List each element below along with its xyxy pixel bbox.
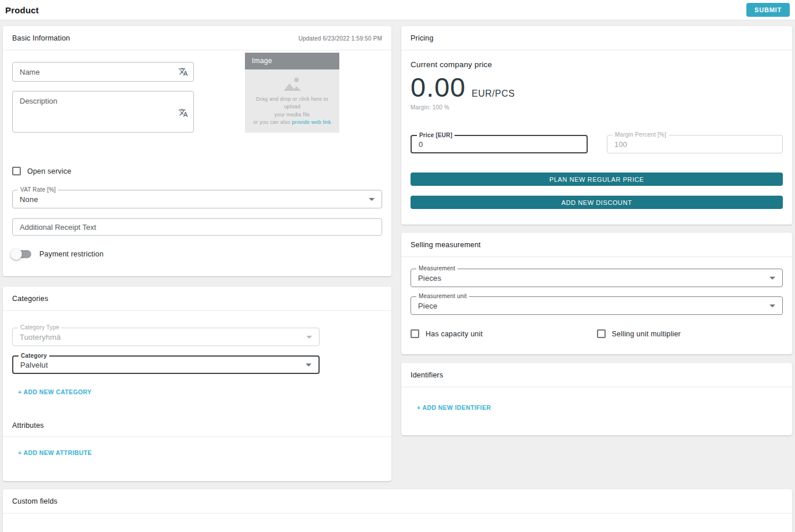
- category-select[interactable]: Category Palvelut: [12, 355, 320, 374]
- add-new-category-link[interactable]: + ADD NEW CATEGORY: [18, 388, 91, 395]
- image-upload-title: Image: [245, 53, 339, 69]
- identifiers-title: Identifiers: [411, 371, 443, 379]
- current-price-unit: EUR/PCS: [471, 89, 515, 99]
- selling-unit-multiplier-label: Selling unit multiplier: [612, 330, 681, 338]
- vat-rate-select[interactable]: VAT Rate [%] None: [12, 190, 382, 208]
- image-drag-text-line1: Drag and drop or click here to upload: [256, 96, 328, 109]
- categories-title: Categories: [12, 295, 48, 303]
- payment-restriction-label: Payment restriction: [39, 250, 104, 258]
- chevron-down-icon: [770, 304, 775, 307]
- chevron-down-icon: [770, 277, 775, 280]
- add-new-attribute-link[interactable]: + ADD NEW ATTRIBUTE: [18, 449, 92, 456]
- measurement-unit-value: Piece: [418, 302, 438, 310]
- translate-icon[interactable]: [178, 108, 188, 118]
- category-type-label: Category Type: [18, 324, 61, 331]
- has-capacity-unit-checkbox[interactable]: [411, 329, 419, 338]
- measurement-select[interactable]: Measurement Pieces: [411, 269, 783, 287]
- top-bar: Product SUBMIT: [0, 0, 795, 20]
- custom-fields-title: Custom fields: [12, 497, 57, 505]
- measurement-unit-label: Measurement unit: [416, 293, 469, 299]
- category-type-value: Tuoteryhmä: [20, 333, 61, 342]
- page-title: Product: [5, 5, 39, 15]
- provide-web-link[interactable]: provide web link: [292, 119, 331, 125]
- category-value: Palvelut: [20, 361, 48, 369]
- image-upload-dropzone[interactable]: Image Drag and drop or click here to upl…: [245, 53, 339, 134]
- open-service-label: Open service: [27, 167, 71, 175]
- open-service-checkbox[interactable]: [12, 167, 21, 175]
- image-drag-text-line2: your media file: [274, 112, 310, 118]
- plan-new-regular-price-button[interactable]: PLAN NEW REGULAR PRICE: [411, 173, 783, 186]
- payment-restriction-toggle[interactable]: [12, 250, 31, 258]
- selling-measurement-card: Selling measurement Measurement Pieces M…: [401, 233, 792, 354]
- category-label: Category: [19, 353, 49, 359]
- current-price-value: 0.00: [411, 71, 466, 103]
- pricing-card: Pricing Current company price 0.00 EUR/P…: [401, 26, 792, 225]
- name-input[interactable]: [12, 62, 194, 82]
- price-eur-field[interactable]: Price [EUR] 0: [411, 135, 588, 153]
- price-eur-value: 0: [419, 140, 423, 149]
- measurement-unit-select[interactable]: Measurement unit Piece: [411, 296, 783, 315]
- basic-information-card: Basic Information Updated 6/23/2022 1:59…: [3, 26, 391, 276]
- additional-receipt-text-input[interactable]: [12, 218, 382, 236]
- has-capacity-unit-label: Has capacity unit: [426, 330, 483, 338]
- category-type-select: Category Type Tuoteryhmä: [12, 328, 320, 346]
- vat-rate-label: VAT Rate [%]: [18, 186, 58, 193]
- pricing-title: Pricing: [411, 34, 434, 42]
- image-alt-text: or you can also: [253, 119, 290, 125]
- measurement-value: Pieces: [418, 274, 441, 282]
- vat-rate-value: None: [20, 195, 38, 204]
- custom-fields-card: Custom fields + ADD NEW CUSTOM FIELD: [3, 489, 792, 532]
- measurement-label: Measurement: [416, 265, 457, 271]
- add-new-discount-button[interactable]: ADD NEW DISCOUNT: [411, 196, 783, 209]
- chevron-down-icon: [306, 364, 312, 366]
- selling-unit-multiplier-checkbox[interactable]: [597, 329, 606, 338]
- margin-percent-value: 100: [614, 140, 627, 149]
- categories-card: Categories Category Type Tuoteryhmä Cate…: [3, 287, 391, 481]
- attributes-subheading: Attributes: [3, 414, 391, 437]
- submit-button[interactable]: SUBMIT: [746, 3, 790, 17]
- translate-icon[interactable]: [178, 67, 188, 77]
- margin-percent-field: Margin Percent [%] 100: [607, 135, 783, 153]
- selling-measurement-title: Selling measurement: [411, 241, 481, 249]
- add-new-identifier-link[interactable]: + ADD NEW IDENTIFIER: [417, 404, 491, 411]
- updated-timestamp: Updated 6/23/2022 1:59:50 PM: [298, 35, 382, 42]
- basic-information-title: Basic Information: [12, 34, 70, 42]
- chevron-down-icon: [306, 336, 312, 339]
- identifiers-card: Identifiers + ADD NEW IDENTIFIER: [401, 363, 792, 435]
- description-textarea[interactable]: [12, 91, 194, 133]
- chevron-down-icon: [369, 198, 375, 201]
- current-price-label: Current company price: [411, 60, 783, 69]
- margin-note: Margin: 100 %: [411, 104, 783, 111]
- image-placeholder-icon: [283, 76, 302, 93]
- price-eur-label: Price [EUR]: [417, 132, 455, 138]
- margin-percent-label: Margin Percent [%]: [613, 131, 669, 138]
